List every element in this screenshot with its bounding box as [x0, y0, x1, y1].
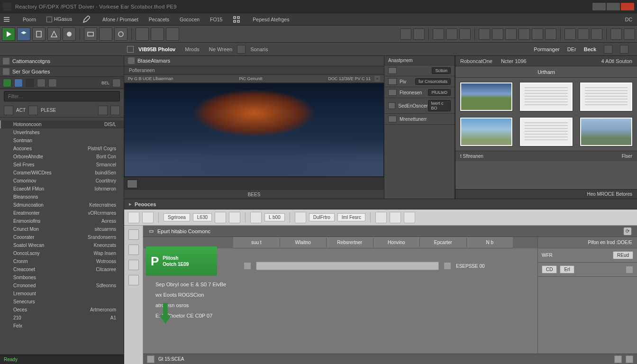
sub-tab-2[interactable]: Mrods — [180, 46, 204, 52]
left-list-row[interactable]: CrrononedSdfeonns — [0, 282, 124, 290]
viewer-tab-center[interactable]: PiC Genuntt — [239, 76, 262, 81]
strip-icon-3[interactable] — [26, 79, 34, 87]
proc-tool-1[interactable] — [128, 212, 139, 223]
toolbar-btn-r7[interactable] — [492, 28, 503, 40]
rp-head-left[interactable]: RoboncatOne — [460, 58, 492, 64]
toolbar-btn-circle[interactable] — [63, 27, 76, 41]
filter-input-wrap[interactable] — [4, 91, 120, 101]
inspector-row-0[interactable]: Sctton — [384, 65, 455, 76]
lp-tool-1[interactable] — [4, 106, 13, 115]
menu-item-fo15[interactable]: FO15 — [208, 16, 224, 23]
thumbnail[interactable] — [580, 118, 632, 146]
thumbnail[interactable] — [460, 118, 512, 146]
proc-tool-3[interactable] — [215, 212, 226, 223]
left-list-row[interactable]: 210A1 — [0, 314, 124, 322]
subtabs-icon-b[interactable] — [620, 45, 628, 54]
proc-label-1[interactable]: Sgriroea — [164, 213, 190, 221]
strip-icon-1[interactable] — [3, 79, 11, 87]
toolbar-btn-r14[interactable] — [591, 28, 602, 40]
toolbar-btn-r13[interactable] — [578, 28, 589, 40]
filter-input[interactable] — [7, 93, 117, 100]
left-list-row[interactable]: HotononcoonDIS/L — [0, 120, 124, 128]
proc-right-pill[interactable]: CD — [542, 265, 557, 273]
toolbar-btn-a3[interactable] — [114, 27, 127, 41]
proc-tool-4[interactable] — [229, 212, 240, 223]
proc-tab-2[interactable]: Rebsrertner — [327, 238, 373, 247]
toolbar-btn-a1[interactable] — [84, 27, 97, 41]
proc-tool-5[interactable] — [250, 212, 262, 223]
toolbar-btn-r16[interactable] — [624, 28, 635, 40]
left-list-row[interactable]: EnimoniofinsAoress — [0, 217, 124, 225]
menu-right-dc[interactable]: DC — [623, 16, 634, 23]
left-list-row[interactable]: OecesArtmeronom — [0, 306, 124, 314]
proc-label-2[interactable]: L630 — [193, 213, 212, 221]
left-list-row[interactable]: Soatol WrecanKneonzats — [0, 241, 124, 249]
toolbar-btn-r15[interactable] — [610, 28, 622, 40]
toolbar-btn-r8[interactable] — [505, 28, 517, 40]
proc-tool-8[interactable] — [390, 212, 401, 223]
toolbar-btn-r3[interactable] — [433, 28, 444, 40]
strip-icon-5[interactable] — [48, 79, 57, 87]
menu-item-pepesd[interactable]: Pepesd Atefrges — [251, 16, 291, 23]
proc-tool-2[interactable] — [142, 212, 154, 223]
sub-tab-4[interactable]: Sonaris — [246, 46, 273, 52]
proc-tool-6[interactable] — [295, 212, 306, 223]
inspector-row-2[interactable]: FteonesenPlULteD — [384, 87, 455, 98]
step-icon[interactable] — [244, 262, 251, 270]
proc-right-icon[interactable] — [626, 266, 633, 273]
left-list-row[interactable]: CronrnWotrooss — [0, 257, 124, 265]
proc-left-tool[interactable] — [128, 245, 139, 255]
proc-foot-btn[interactable] — [614, 355, 622, 363]
left-list-row[interactable]: CoooraterSrandonserrs — [0, 233, 124, 241]
left-list-row[interactable]: Snmbones — [0, 273, 124, 282]
proc-tool-7[interactable] — [375, 212, 387, 223]
proc-left-tool[interactable] — [128, 275, 139, 285]
toolbar-btn-r2[interactable] — [413, 28, 425, 40]
left-list-row[interactable]: Senecrurs — [0, 298, 124, 306]
toolbar-btn-r9[interactable] — [519, 28, 530, 40]
toolbar-btn-a2[interactable] — [99, 27, 112, 41]
sub-tab-1[interactable]: VIB95B Pholov — [134, 46, 180, 52]
left-list-row[interactable]: SdmuncoationKetecrratnes — [0, 201, 124, 209]
left-list-row[interactable]: CreaconetCitcaoree — [0, 265, 124, 273]
subtabs-right-3[interactable]: Beck — [584, 46, 596, 52]
proc-label-4[interactable]: DulFrtro — [309, 213, 335, 221]
menu-item-afone[interactable]: Afone / Promaet — [100, 16, 140, 23]
toolbar-btn-triangle[interactable] — [47, 27, 61, 41]
proc-right-pill[interactable]: REud — [613, 251, 633, 259]
proc-left-tool[interactable] — [128, 260, 139, 270]
left-list-row[interactable]: Lremoount — [0, 290, 124, 298]
filmstrip[interactable] — [124, 177, 384, 190]
strip-icon-6[interactable] — [112, 79, 121, 87]
left-list-row[interactable]: AoconesPistnt/I Cogrs — [0, 145, 124, 153]
left-list-row[interactable]: Felx — [0, 322, 124, 330]
left-list-row[interactable]: EreatrnontervORcrrmares — [0, 209, 124, 217]
rp-tab-2[interactable]: Urtharn — [537, 69, 555, 75]
proc-tab-3[interactable]: Honvino — [373, 238, 420, 247]
sub-tab-3[interactable]: Ne Wreen — [204, 46, 237, 52]
toolbar-btn-b3[interactable] — [166, 27, 179, 41]
lp-tool-3[interactable] — [98, 106, 108, 115]
proc-foot-btn[interactable] — [626, 355, 633, 363]
window-minimize[interactable] — [592, 3, 606, 10]
strip-icon-4[interactable] — [37, 79, 46, 87]
toolbar-btn-b1[interactable] — [136, 27, 149, 41]
chart-icon[interactable] — [237, 45, 246, 54]
toolbar-btn-r12[interactable] — [564, 28, 576, 40]
filmstrip-thumb[interactable] — [127, 180, 137, 188]
close-icon[interactable]: × — [374, 76, 380, 82]
left-list-row[interactable]: Unverlnshes — [0, 128, 124, 136]
left-list-row[interactable]: Seil FrvesSrmancel — [0, 161, 124, 169]
lp-tool-4[interactable] — [110, 106, 120, 115]
inspector-row-3[interactable]: SedEnOsncerlwert c BO — [384, 98, 455, 114]
toolbar-btn-layers[interactable] — [17, 27, 30, 41]
menu-item-poorn[interactable]: Poorn — [21, 16, 38, 23]
left-list-row[interactable]: Corame/WilCDresbuindiSen — [0, 169, 124, 177]
left-list-row[interactable]: OrboreAhndteBorit Con — [0, 153, 124, 161]
viewer-tab-left[interactable]: Pv G B UOE Llbaerman — [128, 76, 173, 81]
toolbar-btn-r10[interactable] — [532, 28, 543, 40]
step-icon[interactable] — [444, 262, 451, 270]
menu-item-gococen[interactable]: Gococen — [178, 16, 201, 23]
toolbar-btn-r11[interactable] — [545, 28, 556, 40]
lp-tool-2[interactable] — [28, 106, 38, 115]
